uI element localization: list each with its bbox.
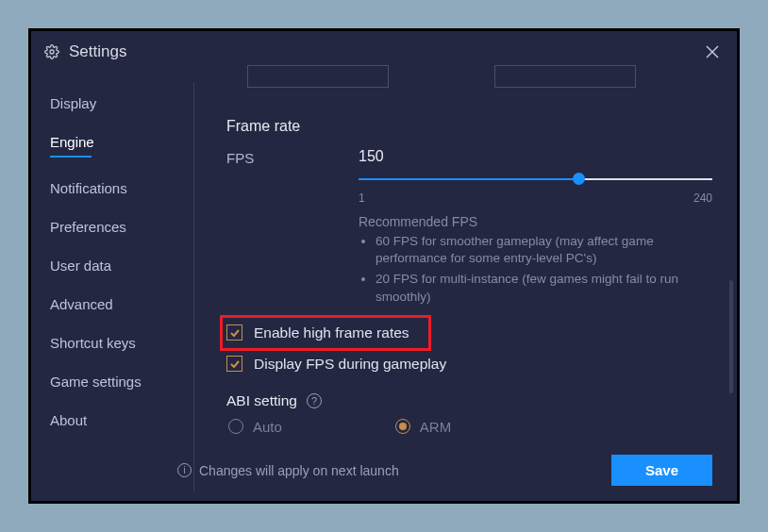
info-icon: i <box>177 463 192 477</box>
sidebar-item-label: Display <box>50 95 96 111</box>
dropdown-placeholder[interactable] <box>494 65 636 88</box>
sidebar-item-label: Engine <box>50 134 94 150</box>
scrollbar[interactable] <box>729 280 733 393</box>
sidebar-item-engine[interactable]: Engine <box>50 123 193 169</box>
sidebar-item-user-data[interactable]: User data <box>50 246 193 285</box>
abi-radio-arm[interactable]: ARM <box>395 419 451 435</box>
slider-thumb[interactable] <box>573 173 585 185</box>
sidebar-item-label: Advanced <box>50 296 113 312</box>
highlight-enable-high-frame-rates: Enable high frame rates <box>220 315 431 351</box>
sidebar-item-label: Shortcut keys <box>50 335 136 351</box>
content: Frame rate FPS 150 1 240 Recommended FPS <box>194 73 737 501</box>
footer-note: Changes will apply on next launch <box>199 463 399 478</box>
sidebar-item-label: Notifications <box>50 180 127 196</box>
radio-icon <box>395 419 410 434</box>
fps-slider[interactable] <box>359 171 712 188</box>
checkbox-label: Enable high frame rates <box>254 324 409 341</box>
sidebar-item-label: User data <box>50 258 111 274</box>
sidebar-item-preferences[interactable]: Preferences <box>50 208 193 246</box>
abi-title: ABI setting ? <box>226 392 712 409</box>
sidebar-item-about[interactable]: About <box>50 401 193 440</box>
abi-radio-auto[interactable]: Auto <box>228 419 282 435</box>
dropdown-placeholder[interactable] <box>247 65 389 88</box>
checkbox-label: Display FPS during gameplay <box>254 356 446 373</box>
sidebar-item-advanced[interactable]: Advanced <box>50 285 193 324</box>
recommended-item: 60 FPS for smoother gameplay (may affect… <box>376 233 712 267</box>
slider-max: 240 <box>693 191 712 205</box>
svg-point-0 <box>50 50 54 54</box>
checkbox-icon <box>226 324 242 341</box>
frame-rate-title: Frame rate <box>226 118 712 135</box>
radio-label: ARM <box>420 419 451 435</box>
display-fps-checkbox[interactable]: Display FPS during gameplay <box>226 351 712 377</box>
gear-icon <box>44 44 59 59</box>
recommended-list: 60 FPS for smoother gameplay (may affect… <box>359 233 712 306</box>
enable-high-frame-rates-checkbox[interactable]: Enable high frame rates <box>226 320 409 346</box>
close-icon[interactable] <box>701 41 724 63</box>
sidebar-item-display[interactable]: Display <box>50 84 193 123</box>
window-title: Settings <box>69 42 126 61</box>
radio-label: Auto <box>253 419 282 435</box>
sidebar-item-label: About <box>50 412 87 428</box>
sidebar-item-game-settings[interactable]: Game settings <box>50 362 193 401</box>
fps-value: 150 <box>359 148 712 165</box>
checkbox-icon <box>226 356 242 372</box>
recommended-item: 20 FPS for multi-instance (few games mig… <box>376 271 712 305</box>
slider-min: 1 <box>359 191 365 205</box>
recommended-title: Recommended FPS <box>359 214 712 229</box>
save-button[interactable]: Save <box>611 455 712 486</box>
settings-window: Settings Display Engine Notifications Pr… <box>28 28 740 504</box>
help-icon[interactable]: ? <box>307 393 322 408</box>
sidebar: Display Engine Notifications Preferences… <box>31 73 193 501</box>
footer: i Changes will apply on next launch Save <box>194 455 712 486</box>
sidebar-item-label: Game settings <box>50 374 142 390</box>
sidebar-item-label: Preferences <box>50 219 126 235</box>
radio-icon <box>228 419 243 434</box>
fps-label: FPS <box>226 148 359 166</box>
abi-title-text: ABI setting <box>226 392 297 409</box>
sidebar-item-notifications[interactable]: Notifications <box>50 169 193 208</box>
sidebar-item-shortcut-keys[interactable]: Shortcut keys <box>50 324 193 362</box>
